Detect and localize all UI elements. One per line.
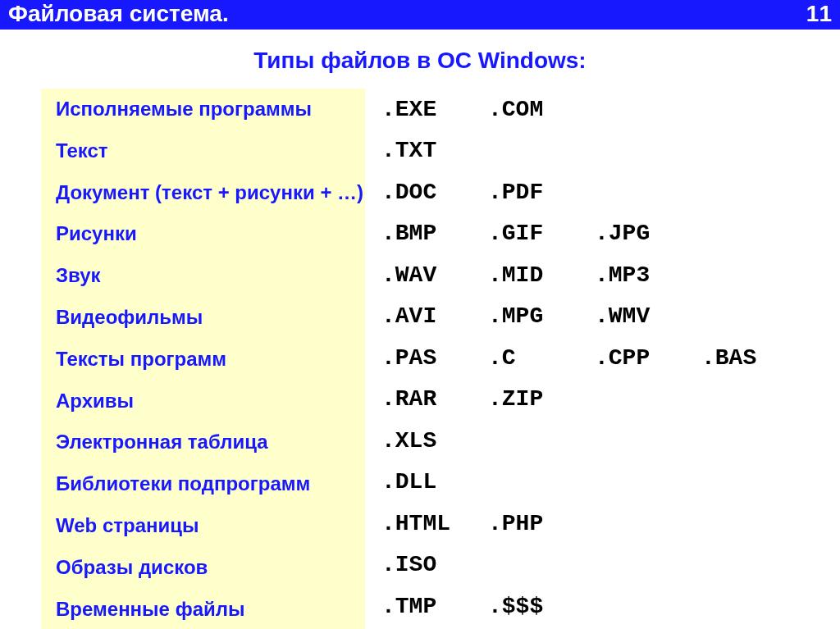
extensions-column: .exe .com .txt .doc .pdf .bmp .gif .jpg … bbox=[365, 89, 808, 629]
file-extension: .bmp bbox=[381, 221, 488, 246]
extension-row: .pas .c .cpp .bas bbox=[381, 337, 808, 379]
category-label: Звук bbox=[41, 255, 365, 297]
file-extension: .com bbox=[488, 97, 595, 122]
category-label: Архивы bbox=[41, 381, 365, 422]
file-extension: .mp3 bbox=[595, 262, 701, 288]
slide-page-number: 11 bbox=[806, 1, 832, 27]
file-extension: .wmv bbox=[595, 303, 701, 329]
file-extension: .mpg bbox=[488, 303, 595, 329]
extension-row: .wav .mid .mp3 bbox=[381, 254, 808, 296]
extension-row: .dll bbox=[381, 462, 808, 504]
file-extension: .php bbox=[488, 511, 595, 536]
extension-row: .xls bbox=[381, 420, 808, 462]
file-extension: .c bbox=[488, 345, 595, 371]
extension-row: .html .php bbox=[381, 503, 808, 545]
extension-row: .avi .mpg .wmv bbox=[381, 296, 808, 338]
category-column: Исполняемые программы Текст Документ (те… bbox=[41, 89, 365, 629]
extension-row: .txt bbox=[381, 130, 808, 172]
file-extension: .gif bbox=[488, 221, 595, 246]
file-extension: .pdf bbox=[488, 180, 595, 205]
file-extension: .$$$ bbox=[488, 594, 595, 619]
file-extension: .jpg bbox=[595, 221, 701, 246]
file-extension: .cpp bbox=[595, 345, 701, 371]
file-extension: .wav bbox=[381, 262, 488, 288]
file-extension: .rar bbox=[381, 386, 488, 412]
content-area: Исполняемые программы Текст Документ (те… bbox=[0, 89, 840, 629]
extension-row: .doc .pdf bbox=[381, 171, 808, 213]
category-label: Библиотеки подпрограмм bbox=[41, 463, 365, 505]
category-label: Web страницы bbox=[41, 505, 365, 547]
file-extension: .zip bbox=[488, 386, 595, 412]
category-label: Тексты программ bbox=[41, 339, 365, 381]
category-label: Текст bbox=[41, 130, 365, 172]
file-extension: .txt bbox=[381, 138, 488, 163]
slide-subtitle: Типы файлов в ОС Windows: bbox=[0, 30, 840, 89]
extension-row: .rar .zip bbox=[381, 379, 808, 421]
file-extension: .bas bbox=[701, 345, 808, 371]
file-extension: .mid bbox=[488, 262, 595, 288]
slide-header: Файловая система. 11 bbox=[0, 0, 840, 30]
file-extension: .tmp bbox=[381, 594, 488, 619]
extension-row: .bmp .gif .jpg bbox=[381, 213, 808, 255]
category-label: Временные файлы bbox=[41, 589, 365, 629]
extension-row: .tmp .$$$ bbox=[381, 586, 808, 627]
file-extension: .exe bbox=[381, 97, 488, 122]
category-label: Документ (текст + рисунки + …) bbox=[41, 172, 365, 214]
category-label: Исполняемые программы bbox=[41, 89, 365, 130]
file-extension: .dll bbox=[381, 469, 488, 495]
extension-row: .iso bbox=[381, 545, 808, 586]
file-extension: .iso bbox=[381, 552, 488, 577]
file-extension: .html bbox=[381, 511, 488, 536]
file-extension: .avi bbox=[381, 303, 488, 329]
file-extension: .pas bbox=[381, 345, 488, 371]
category-label: Рисунки bbox=[41, 213, 365, 255]
file-extension: .doc bbox=[381, 180, 488, 205]
slide-title: Файловая система. bbox=[8, 1, 229, 27]
category-label: Образы дисков bbox=[41, 547, 365, 589]
file-extension: .xls bbox=[381, 428, 488, 454]
category-label: Видеофильмы bbox=[41, 297, 365, 339]
category-label: Электронная таблица bbox=[41, 422, 365, 463]
extension-row: .exe .com bbox=[381, 89, 808, 130]
